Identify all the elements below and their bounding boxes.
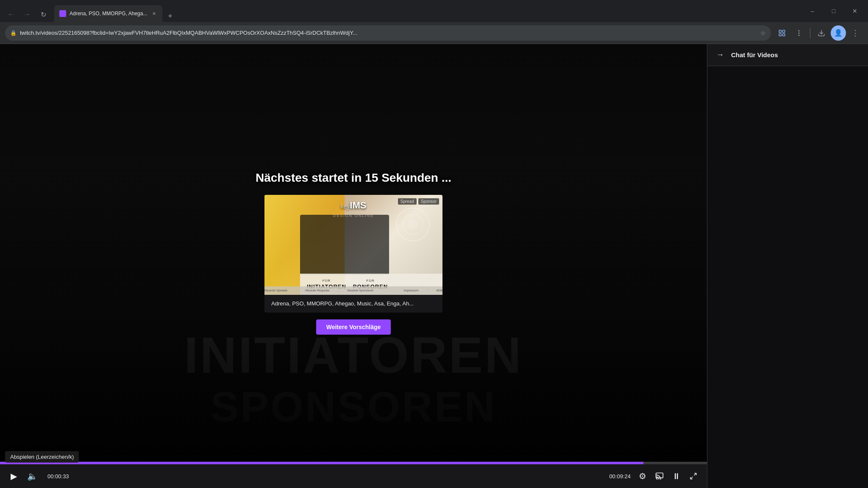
settings-button[interactable]: ⚙: [636, 469, 649, 483]
tab-title: Adrena, PSO, MMORPG, Ahega...: [70, 11, 147, 17]
svg-rect-3: [779, 33, 781, 36]
bookmark-icon[interactable]: ☆: [760, 30, 766, 36]
thumb-agb: AGB: [436, 289, 442, 292]
fullscreen-button[interactable]: [687, 469, 700, 483]
svg-line-10: [690, 477, 693, 479]
chat-collapse-button[interactable]: →: [714, 49, 726, 61]
pause-button[interactable]: ⏸: [670, 469, 683, 483]
profile-button[interactable]: 👤: [831, 25, 846, 41]
svg-rect-2: [783, 33, 785, 36]
thumb-impressum: Impressum: [404, 289, 419, 292]
minimize-button[interactable]: –: [803, 0, 822, 22]
thumb-link-spreads: Neueste Spreads: [264, 289, 287, 292]
thumb-circle-decoration: [396, 208, 430, 241]
svg-rect-0: [779, 30, 781, 32]
chat-body: [707, 66, 868, 488]
browser-toolbar: 🔒 twitch.tv/videos/2252165098?fbclid=IwY…: [0, 22, 868, 44]
toolbar-actions: 👤 ⋮: [774, 25, 863, 41]
play-button[interactable]: ▶: [7, 469, 20, 483]
chat-title: Chat für Videos: [731, 51, 778, 58]
svg-rect-1: [783, 30, 785, 32]
collapse-icon: →: [716, 50, 724, 59]
right-controls: ⚙ ⏸: [636, 469, 700, 483]
svg-line-9: [694, 473, 696, 475]
window-controls: – □ ✕: [803, 0, 865, 22]
autoplay-card[interactable]: Spread Sponsor keyIMS DESIGN ONLINE: [264, 195, 442, 313]
autoplay-stream-title: Adrena, PSO, MMORPG, Ahegao, Music, Asa,…: [271, 300, 436, 308]
menu-button[interactable]: ⋮: [848, 25, 863, 41]
suggestions-button[interactable]: Weitere Vorschläge: [316, 319, 391, 335]
downloads-button[interactable]: [814, 25, 829, 41]
thumb-dark-overlay: [300, 215, 389, 275]
new-tab-button[interactable]: +: [164, 10, 176, 22]
progress-bar-fill: [0, 462, 643, 464]
thumb-link-sponsoren: Neueste Sponsoren: [347, 289, 373, 292]
active-tab[interactable]: Adrena, PSO, MMORPG, Ahega... ✕: [54, 5, 162, 22]
security-icon: 🔒: [10, 30, 17, 36]
toolbar-separator: [810, 28, 810, 38]
tab-close-button[interactable]: ✕: [150, 10, 157, 17]
thumb-link-requests: Neueste Requests: [305, 289, 330, 292]
video-area: INITIATOREN SPONSOREN Nächstes startet i…: [0, 44, 707, 488]
chat-header: → Chat für Videos: [707, 44, 868, 66]
autoplay-info: Adrena, PSO, MMORPG, Ahegao, Music, Asa,…: [264, 295, 442, 313]
address-text: twitch.tv/videos/2252165098?fbclid=IwY2x…: [20, 30, 757, 36]
forward-button[interactable]: →: [19, 7, 35, 22]
reload-button[interactable]: ↻: [36, 7, 51, 22]
thumb-bottom-bar: Neueste Spreads | Neueste Requests | Neu…: [264, 286, 442, 295]
browser-content: INITIATOREN SPONSOREN Nächstes startet i…: [0, 44, 868, 488]
thumb-sponsor-tag: Sponsor: [418, 198, 439, 205]
svg-point-5: [798, 30, 800, 31]
autoplay-thumbnail: Spread Sponsor keyIMS DESIGN ONLINE: [264, 195, 442, 295]
browser-titlebar: ← → ↻ Adrena, PSO, MMORPG, Ahega... ✕ + …: [0, 0, 868, 22]
svg-point-6: [798, 34, 800, 36]
video-player[interactable]: INITIATOREN SPONSOREN Nächstes startet i…: [0, 44, 707, 462]
time-total: 00:09:24: [609, 473, 631, 480]
thumb-btn-label-1: Für: [323, 279, 331, 283]
extensions-button[interactable]: [774, 25, 790, 41]
thumb-spread-tag: Spread: [398, 198, 417, 205]
video-controls: Abspielen (Leerzeichen/k) ▶ 🔈 00:00:33 0…: [0, 464, 707, 488]
thumb-sponsors-bar: Spread Sponsor: [398, 198, 440, 205]
autoplay-countdown: Nächstes startet in 15 Sekunden ...: [256, 171, 451, 185]
video-controls-wrapper: Abspielen (Leerzeichen/k) ▶ 🔈 00:00:33 0…: [0, 462, 707, 488]
svg-point-4: [798, 32, 800, 33]
chat-sidebar: → Chat für Videos: [707, 44, 868, 488]
thumb-logo-subtitle: DESIGN ONLINE: [333, 214, 374, 218]
thumb-logo-text: keyIMS: [341, 200, 367, 211]
browser-tabs: ← → ↻ Adrena, PSO, MMORPG, Ahega... ✕ +: [3, 0, 799, 22]
back-button[interactable]: ←: [3, 7, 19, 22]
play-tooltip: Abspielen (Leerzeichen/k): [5, 451, 79, 463]
autoplay-overlay: Nächstes startet in 15 Sekunden ... Spre…: [0, 44, 707, 462]
thumb-logo: keyIMS: [341, 200, 367, 211]
browser-frame: ← → ↻ Adrena, PSO, MMORPG, Ahega... ✕ + …: [0, 0, 868, 488]
address-bar[interactable]: 🔒 twitch.tv/videos/2252165098?fbclid=IwY…: [5, 25, 771, 41]
time-elapsed: 00:00:33: [47, 473, 69, 480]
extensions2-button[interactable]: [791, 25, 807, 41]
cast-button[interactable]: [653, 469, 666, 483]
thumb-btn-label-2: Für: [366, 279, 374, 283]
tab-favicon: [59, 10, 66, 17]
maximize-button[interactable]: □: [824, 0, 843, 22]
volume-button[interactable]: 🔈: [25, 469, 39, 483]
progress-bar[interactable]: [0, 462, 707, 464]
close-button[interactable]: ✕: [845, 0, 865, 22]
